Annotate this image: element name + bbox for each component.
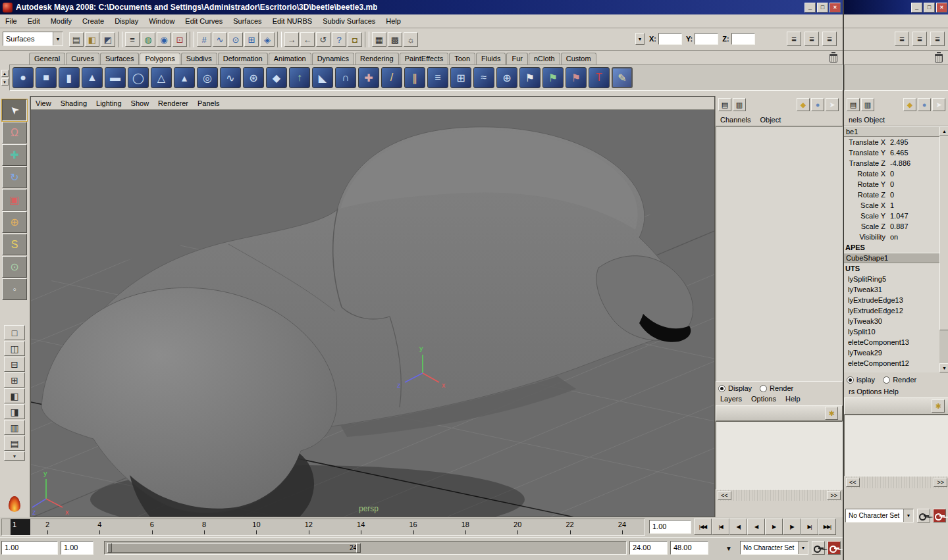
viewport-menu-shading[interactable]: Shading — [56, 98, 92, 109]
close-button[interactable]: × — [830, 3, 841, 13]
viewport-menu-panels[interactable]: Panels — [193, 98, 224, 109]
group-separator[interactable] — [118, 32, 122, 47]
attribute-editor-toggle[interactable]: ≡ — [895, 32, 909, 46]
snap-to-grid-icon[interactable]: # — [197, 32, 211, 47]
open-scene-icon[interactable]: ◧ — [85, 32, 99, 47]
poly-cone-icon[interactable]: ▲ — [82, 67, 103, 88]
input-node-row[interactable]: eleteComponent12 — [844, 358, 939, 369]
insert-edge-loop-icon[interactable]: ∥ — [404, 67, 425, 88]
paint-bucket-icon[interactable]: ◆ — [797, 98, 810, 111]
range-options-button[interactable]: ▼ — [722, 543, 736, 553]
animation-start-field[interactable]: 1.00 — [1, 541, 58, 555]
poly-plane-icon[interactable]: ▬ — [105, 67, 126, 88]
channel-attribute-row[interactable]: Rotate X0 — [844, 168, 939, 179]
lasso-select-tool[interactable]: Ω — [2, 122, 27, 143]
quick-help-icon[interactable]: ? — [332, 32, 346, 47]
channel-attribute-row[interactable]: Visibilityon — [844, 232, 939, 242]
create-layer-icon[interactable]: ✱ — [825, 407, 838, 420]
channel-attribute-row[interactable]: Scale X1 — [844, 200, 939, 211]
shelf-tab-animation[interactable]: Animation — [269, 53, 311, 64]
scrollbar-thumb[interactable] — [939, 136, 948, 330]
poly-pyramid-icon[interactable]: ▴ — [174, 67, 195, 88]
display-radio[interactable] — [718, 385, 725, 392]
range-start-handle[interactable] — [107, 543, 112, 553]
play-forwards-button[interactable]: ▶ — [765, 519, 783, 535]
minimize-button[interactable]: _ — [804, 3, 816, 13]
channel-attribute-value[interactable]: 0.887 — [890, 221, 939, 232]
lock-icon[interactable]: ◘ — [348, 32, 362, 47]
last-tool-used[interactable]: ◦ — [2, 278, 27, 300]
poly-helix-icon[interactable]: ∿ — [220, 67, 241, 88]
channel-box-toggle[interactable]: ≡ — [822, 32, 837, 46]
paint-effects-button[interactable] — [9, 496, 20, 512]
minimize-button[interactable]: _ — [911, 3, 922, 13]
attribute-editor-toggle[interactable]: ≡ — [787, 32, 801, 46]
shelf-up-icon[interactable]: ▴ — [1, 70, 9, 77]
channel-box-empty[interactable] — [716, 126, 843, 382]
pick-arrow-icon[interactable]: ➤ — [826, 98, 839, 111]
input-mode-chevron-icon[interactable]: ▾ — [635, 33, 645, 45]
layout-hypergraph-persp[interactable]: ▤ — [4, 436, 25, 451]
go-to-end-button[interactable]: ▶▶| — [818, 519, 836, 535]
layout-two-panes-stacked[interactable]: ⊟ — [4, 357, 25, 372]
select-by-type-icon[interactable]: ⊡ — [172, 32, 187, 47]
bridge-icon[interactable]: ∩ — [335, 67, 356, 88]
pane-collapse-left-button[interactable]: << — [846, 478, 860, 487]
menu-file[interactable]: File — [0, 15, 22, 28]
channel-attribute-row[interactable]: Rotate Y0 — [844, 179, 939, 190]
channel-box-menus-clipped[interactable]: nels Object — [844, 115, 889, 125]
shelf-tab-ncloth[interactable]: nCloth — [529, 53, 560, 64]
input-node-row[interactable]: lyTweak29 — [844, 347, 939, 358]
channel-attribute-value[interactable]: 6.465 — [890, 147, 939, 158]
y-input[interactable] — [695, 33, 718, 45]
close-button[interactable]: × — [936, 3, 947, 13]
layout-popup-button[interactable]: ▾ — [4, 451, 25, 461]
z-input[interactable] — [731, 33, 755, 45]
pick-arrow-icon[interactable]: ➤ — [932, 98, 945, 111]
viewport-menu-renderer[interactable]: Renderer — [153, 98, 193, 109]
pane-collapse-right-button[interactable]: >> — [934, 478, 947, 487]
soft-modification-tool[interactable]: S — [2, 234, 27, 255]
render-radio[interactable] — [760, 385, 767, 392]
menu-edit-curves[interactable]: Edit Curves — [180, 15, 228, 28]
step-forward-key-button[interactable]: ▶| — [801, 519, 818, 535]
tool-settings-toggle[interactable]: ≡ — [804, 32, 819, 46]
back-pane-splitter[interactable]: << >> — [844, 476, 948, 488]
snap-to-curve-icon[interactable]: ∿ — [213, 32, 227, 47]
shelf-tab-dynamics[interactable]: Dynamics — [312, 53, 354, 64]
layer-list[interactable] — [716, 421, 843, 490]
step-back-key-button[interactable]: |◀ — [712, 519, 729, 535]
layout-outliner-persp[interactable]: ▥ — [4, 420, 25, 435]
new-scene-icon[interactable]: ▤ — [69, 32, 84, 47]
pane-splitter[interactable]: << >> — [716, 490, 843, 501]
channel-box-menu-object[interactable]: Object — [755, 115, 785, 125]
shelf-tab-polygons[interactable]: Polygons — [140, 53, 180, 64]
viewport-menu-show[interactable]: Show — [126, 98, 154, 109]
platonic-solid-icon[interactable]: ◆ — [266, 67, 287, 88]
input-node-row[interactable]: lySplitRing5 — [844, 274, 939, 284]
shelf-tab-fur[interactable]: Fur — [506, 53, 528, 64]
select-component-icon[interactable]: ◉ — [157, 32, 171, 47]
menu-edit-nurbs[interactable]: Edit NURBS — [267, 15, 318, 28]
pane-collapse-left-button[interactable]: << — [718, 491, 731, 500]
playback-start-field[interactable]: 1.00 — [61, 541, 93, 555]
poly-cylinder-icon[interactable]: ▮ — [59, 67, 80, 88]
show-manipulator-tool[interactable]: ⊙ — [2, 256, 27, 278]
poly-text-icon[interactable]: T — [589, 67, 610, 88]
input-node-row[interactable]: lyTweak30 — [844, 316, 939, 326]
universal-manipulator-tool[interactable]: ⊕ — [2, 211, 27, 233]
smooth-icon[interactable]: ≈ — [473, 67, 494, 88]
channel-attribute-value[interactable]: 0 — [890, 168, 939, 179]
maximize-button[interactable]: □ — [924, 3, 935, 13]
menu-subdiv-surfaces[interactable]: Subdiv Surfaces — [317, 15, 381, 28]
back-layer-list[interactable] — [844, 415, 948, 476]
shelf-trash-button[interactable] — [830, 52, 837, 63]
background-maya-window[interactable]: _ □ × ≡≡≡ ▤▥ ◆●➤ nels Object be1Translat… — [843, 0, 948, 560]
back-channel-box[interactable]: be1Translate X2.495Translate Y6.465Trans… — [844, 126, 948, 372]
menu-display[interactable]: Display — [109, 15, 144, 28]
menu-modify[interactable]: Modify — [45, 15, 77, 28]
extrude-icon[interactable]: ↑ — [289, 67, 310, 88]
shelf-down-icon[interactable]: ▾ — [1, 78, 9, 86]
input-node-row[interactable]: lyExtrudeEdge13 — [844, 295, 939, 305]
shelf-tab-custom[interactable]: Custom — [561, 53, 596, 64]
